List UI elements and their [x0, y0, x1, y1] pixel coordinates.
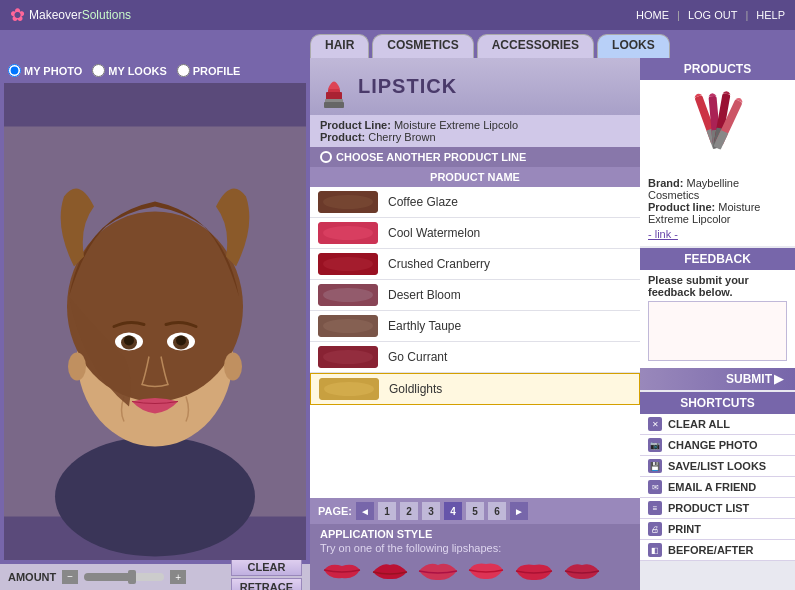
svg-point-12: [224, 353, 242, 381]
products-section: PRODUCTS: [640, 58, 795, 246]
lip-shapes: [320, 554, 630, 586]
product-title: LIPSTICK: [358, 75, 457, 98]
clear-button[interactable]: CLEAR: [231, 558, 302, 576]
amount-action-buttons: CLEAR RETRACE: [231, 558, 302, 590]
logo-makeover: Makeover: [29, 8, 82, 22]
product-name: Goldlights: [389, 382, 442, 396]
next-page-button[interactable]: ►: [510, 502, 528, 520]
app-style-title: APPLICATION STYLE: [320, 528, 630, 540]
swatch-icon: [318, 191, 378, 213]
list-item[interactable]: Crushed Cranberry: [310, 249, 640, 280]
products-section-header: PRODUCTS: [640, 58, 795, 80]
choose-text: CHOOSE ANOTHER PRODUCT LINE: [336, 151, 526, 163]
page-4-button[interactable]: 4: [444, 502, 462, 520]
change-photo-icon: 📷: [648, 438, 662, 452]
lip-shape-6[interactable]: [560, 558, 604, 582]
submit-button[interactable]: SUBMIT ▶: [640, 368, 795, 390]
page-6-button[interactable]: 6: [488, 502, 506, 520]
swatch-icon: [318, 222, 378, 244]
shortcut-print[interactable]: 🖨 PRINT: [640, 519, 795, 540]
product-details: Brand: Maybelline Cosmetics Product line…: [640, 171, 795, 246]
feedback-textarea[interactable]: [648, 301, 787, 361]
main-layout: MY PHOTO MY LOOKS PROFILE: [0, 58, 795, 590]
tab-hair[interactable]: HAIR: [310, 34, 369, 58]
page-5-button[interactable]: 5: [466, 502, 484, 520]
brand-detail: Brand: Maybelline Cosmetics: [648, 177, 787, 201]
swatch-icon: [319, 378, 379, 400]
shortcut-save-list-looks[interactable]: 💾 SAVE/LIST LOOKS: [640, 456, 795, 477]
shortcut-before-after[interactable]: ◧ BEFORE/AFTER: [640, 540, 795, 561]
product-name: Crushed Cranberry: [388, 257, 490, 271]
amount-decrease-button[interactable]: −: [62, 570, 78, 584]
shortcut-product-list[interactable]: ≡ PRODUCT LIST: [640, 498, 795, 519]
svg-point-22: [323, 257, 373, 271]
tab-accessories[interactable]: ACCESSORIES: [477, 34, 594, 58]
photo-tabs: MY PHOTO MY LOOKS PROFILE: [0, 58, 310, 83]
svg-point-20: [323, 226, 373, 240]
product-link[interactable]: - link -: [648, 228, 678, 240]
list-item[interactable]: Cool Watermelon: [310, 218, 640, 249]
lip-shape-2[interactable]: [368, 558, 412, 582]
svg-point-18: [323, 195, 373, 209]
product-name: Earthly Taupe: [388, 319, 461, 333]
slider-thumb: [128, 570, 136, 584]
tab-cosmetics[interactable]: COSMETICS: [372, 34, 473, 58]
feedback-section: FEEDBACK Please submit your feedback bel…: [640, 248, 795, 390]
retrace-button[interactable]: RETRACE: [231, 578, 302, 590]
page-1-button[interactable]: 1: [378, 502, 396, 520]
svg-point-28: [323, 350, 373, 364]
choose-radio-icon: [320, 151, 332, 163]
photo-area: [4, 83, 306, 560]
middle-panel: LIPSTICK Product Line: Moisture Extreme …: [310, 58, 640, 590]
lip-shape-5[interactable]: [512, 558, 556, 582]
swatch-icon: [318, 284, 378, 306]
svg-rect-16: [324, 102, 344, 108]
nav-home[interactable]: HOME: [636, 9, 669, 21]
logo: ✿ MakeoverSolutions: [10, 4, 131, 26]
svg-point-9: [124, 336, 134, 346]
svg-point-30: [324, 382, 374, 396]
product-info: Product Line: Moisture Extreme Lipcolo P…: [310, 115, 640, 147]
app-style-section: APPLICATION STYLE Try on one of the foll…: [310, 524, 640, 590]
lip-shape-1[interactable]: [320, 558, 364, 582]
nav-help[interactable]: HELP: [756, 9, 785, 21]
print-icon: 🖨: [648, 522, 662, 536]
tab-my-looks[interactable]: MY LOOKS: [92, 64, 166, 77]
swatch-icon: [318, 346, 378, 368]
product-image-svg: [685, 88, 750, 163]
tab-my-photo[interactable]: MY PHOTO: [8, 64, 82, 77]
page-3-button[interactable]: 3: [422, 502, 440, 520]
shortcuts-section: SHORTCUTS ✕ CLEAR ALL 📷 CHANGE PHOTO 💾 S…: [640, 392, 795, 561]
list-item[interactable]: Go Currant: [310, 342, 640, 373]
amount-increase-button[interactable]: +: [170, 570, 186, 584]
product-line-info: Product Line: Moisture Extreme Lipcolo: [320, 119, 630, 131]
amount-slider[interactable]: [84, 573, 164, 581]
svg-point-24: [323, 288, 373, 302]
shortcut-email-friend[interactable]: ✉ EMAIL A FRIEND: [640, 477, 795, 498]
tab-looks[interactable]: LOOKS: [597, 34, 670, 58]
email-icon: ✉: [648, 480, 662, 494]
choose-bar[interactable]: CHOOSE ANOTHER PRODUCT LINE: [310, 147, 640, 167]
prev-page-button[interactable]: ◄: [356, 502, 374, 520]
before-after-icon: ◧: [648, 543, 662, 557]
lip-shape-3[interactable]: [416, 558, 460, 582]
list-item[interactable]: Desert Bloom: [310, 280, 640, 311]
product-name: Go Currant: [388, 350, 447, 364]
svg-point-1: [55, 437, 255, 557]
pagination: PAGE: ◄ 1 2 3 4 5 6 ►: [310, 498, 640, 524]
product-name-info: Product: Cherry Brown: [320, 131, 630, 143]
list-item[interactable]: Goldlights: [310, 373, 640, 405]
logo-solutions: Solutions: [82, 8, 131, 22]
save-list-icon: 💾: [648, 459, 662, 473]
shortcut-change-photo[interactable]: 📷 CHANGE PHOTO: [640, 435, 795, 456]
tab-profile[interactable]: PROFILE: [177, 64, 241, 77]
list-item[interactable]: Coffee Glaze: [310, 187, 640, 218]
page-2-button[interactable]: 2: [400, 502, 418, 520]
list-item[interactable]: Earthly Taupe: [310, 311, 640, 342]
lipstick-icon: [320, 64, 348, 109]
shortcut-clear-all[interactable]: ✕ CLEAR ALL: [640, 414, 795, 435]
lip-shape-4[interactable]: [464, 558, 508, 582]
nav-logout[interactable]: LOG OUT: [688, 9, 738, 21]
product-column-header: PRODUCT NAME: [310, 167, 640, 187]
logo-flower-icon: ✿: [10, 4, 25, 26]
